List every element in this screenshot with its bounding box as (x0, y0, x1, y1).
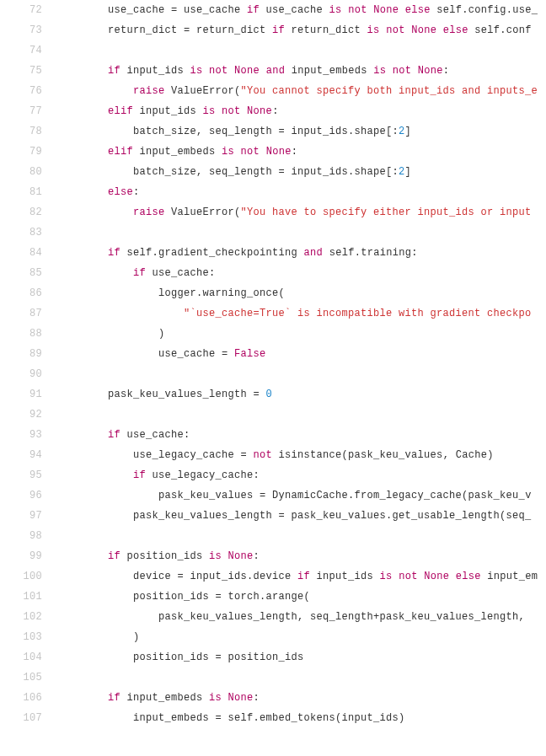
token-p (57, 651, 133, 663)
code-line[interactable]: if use_cache: (57, 263, 546, 283)
code-line[interactable]: elif input_embeds is not None: (57, 142, 546, 162)
token-kw: is (373, 65, 386, 77)
token-id: pask_keu_values (158, 490, 260, 501)
token-id: pask_keu_values_length, seq_length+pask_… (158, 611, 532, 623)
code-line[interactable]: ) (57, 324, 546, 344)
token-id: .config.use_ (462, 4, 538, 16)
code-line[interactable] (57, 223, 546, 243)
code-line[interactable]: pask_keu_values_length = pask_keu_values… (57, 506, 546, 526)
token-id: torch.arange( (222, 591, 310, 603)
token-op: : (254, 550, 260, 562)
token-op: = (241, 449, 248, 461)
code-line[interactable]: logger.warning_once( (57, 283, 546, 303)
token-p (57, 126, 133, 137)
token-kw: and (304, 247, 324, 259)
token-id: ) (133, 631, 140, 643)
line-number: 84 (0, 243, 42, 263)
line-number: 97 (0, 506, 42, 526)
line-number: 100 (0, 566, 42, 587)
code-line[interactable]: raise ValueError("You cannot specify bot… (57, 81, 546, 101)
code-line[interactable]: batch_size, seq_length = input_ids.shape… (57, 121, 546, 142)
token-op: : (292, 146, 298, 158)
token-kw: not (348, 4, 367, 16)
token-p (57, 146, 108, 158)
token-kw: if (108, 65, 120, 77)
token-id: input_embeds (120, 692, 209, 704)
token-p (57, 247, 108, 259)
token-p (380, 24, 387, 36)
line-number: 81 (0, 182, 42, 202)
token-id: DynamicCache.from_legacy_cache(pask_keu_… (266, 490, 532, 501)
token-p (57, 65, 108, 77)
token-kw: if (247, 4, 260, 16)
line-number: 106 (0, 688, 42, 708)
line-number: 77 (0, 101, 42, 121)
code-line[interactable]: use_cache = False (57, 344, 546, 364)
code-line[interactable]: pask_keu_values_length, seq_length+pask_… (57, 607, 546, 627)
token-p (57, 186, 108, 198)
token-id: .gradient_checkpointing (153, 247, 304, 259)
code-line[interactable]: if position_ids is None: (57, 546, 546, 566)
token-p (57, 24, 108, 36)
code-line[interactable]: batch_size, seq_length = input_ids.shape… (57, 162, 546, 182)
code-line[interactable] (57, 364, 546, 384)
code-line[interactable]: if input_ids is not None and input_embed… (57, 61, 546, 81)
token-id: use_cache (158, 348, 222, 360)
token-self: self (228, 712, 254, 724)
token-p (57, 328, 158, 340)
code-line[interactable]: use_legacy_cache = not isinstance(pask_k… (57, 445, 546, 465)
code-line[interactable]: "`use_cache=True` is incompatible with g… (57, 303, 546, 324)
code-line[interactable]: raise ValueError("You have to specify ei… (57, 202, 546, 223)
token-op: = (254, 389, 260, 400)
token-id: input_ids.device (184, 571, 297, 582)
code-line[interactable] (57, 40, 546, 61)
code-editor[interactable]: 7273747576777879808182838485868788899091… (0, 0, 546, 756)
token-p (411, 65, 418, 77)
token-op: : (133, 186, 140, 198)
code-line[interactable]: position_ids = position_ids (57, 647, 546, 668)
token-kw: if (108, 429, 120, 441)
code-line[interactable]: input_embeds = self.embed_tokens(input_i… (57, 708, 546, 728)
token-id: use_legacy_cache (133, 449, 241, 461)
code-line[interactable]: use_cache = use_cache if use_cache is no… (57, 0, 546, 20)
code-line[interactable]: ) (57, 627, 546, 647)
token-kwval: None (228, 692, 254, 704)
code-line[interactable]: else: (57, 182, 546, 202)
token-id: .conf (500, 24, 532, 36)
token-id: logger.warning_once( (158, 287, 285, 299)
token-kw: not (393, 65, 412, 77)
code-line[interactable]: if self.gradient_checkpointing and self.… (57, 243, 546, 263)
code-line[interactable]: if input_embeds is None: (57, 688, 546, 708)
token-id: ] (405, 166, 412, 178)
token-p (57, 571, 133, 582)
line-number: 103 (0, 627, 42, 647)
token-p (260, 146, 266, 158)
token-op: = (216, 712, 222, 724)
token-id: batch_size, seq_length (133, 126, 279, 137)
token-num: 2 (399, 126, 405, 137)
code-line[interactable]: device = input_ids.device if input_ids i… (57, 566, 546, 587)
code-line[interactable]: if use_cache: (57, 425, 546, 445)
token-id: position_ids (133, 651, 216, 663)
code-line[interactable]: position_ids = torch.arange( (57, 587, 546, 607)
token-kw: if (297, 571, 310, 582)
code-line[interactable]: if use_legacy_cache: (57, 465, 546, 485)
code-line[interactable] (57, 526, 546, 546)
code-line[interactable]: return_dict = return_dict if return_dict… (57, 20, 546, 40)
token-id: input_embeds (133, 146, 222, 158)
code-area[interactable]: use_cache = use_cache if use_cache is no… (57, 0, 546, 756)
code-line[interactable]: pask_keu_values = DynamicCache.from_lega… (57, 485, 546, 506)
token-kw: is (367, 24, 380, 36)
code-line[interactable] (57, 405, 546, 425)
code-line[interactable]: elif input_ids is not None: (57, 101, 546, 121)
token-p (57, 490, 158, 501)
line-number: 88 (0, 324, 42, 344)
line-number: 101 (0, 587, 42, 607)
token-id: pask_keu_values_length (133, 510, 279, 522)
token-kw: is (380, 571, 393, 582)
code-line[interactable]: pask_keu_values_length = 0 (57, 384, 546, 405)
token-kwval: None (228, 550, 254, 562)
token-kwval: None (411, 24, 436, 36)
code-line[interactable] (57, 668, 546, 688)
line-number: 72 (0, 0, 42, 20)
